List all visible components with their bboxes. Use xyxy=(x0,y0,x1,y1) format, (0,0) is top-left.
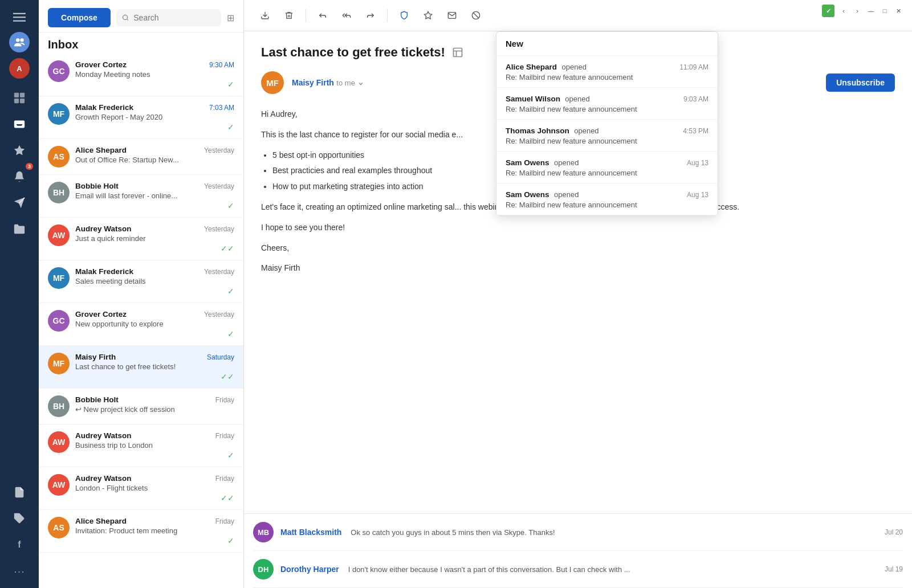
tracking-item-2[interactable]: Thomas Johnson opened 4:53 PM Re: Mailbi… xyxy=(496,120,718,152)
star-email-button[interactable] xyxy=(418,6,438,25)
email-time: Saturday xyxy=(207,353,234,361)
email-sender: Audrey Watson xyxy=(75,431,132,440)
email-bottom-row: ✓ xyxy=(75,536,234,545)
email-time: Friday xyxy=(215,396,234,404)
tracking-item-0[interactable]: Alice Shepard opened 11:09 AM Re: Mailbi… xyxy=(496,56,718,88)
email-list-item-9[interactable]: BH Bobbie Holt Friday ↩ New project kick… xyxy=(39,389,243,424)
mark-read-button[interactable] xyxy=(442,6,462,25)
avatar: BH xyxy=(48,182,70,203)
email-top-row: Malak Frederick 7:03 AM xyxy=(75,103,234,112)
avatar: GC xyxy=(48,310,70,332)
reply-button[interactable] xyxy=(313,6,332,25)
double-check-icon: ✓✓ xyxy=(221,372,234,381)
folder-nav-icon[interactable] xyxy=(8,218,31,240)
email-list-item-12[interactable]: AS Alice Shepard Friday Invitation: Prod… xyxy=(39,510,243,553)
svg-rect-7 xyxy=(14,99,19,103)
inbox-nav-icon[interactable] xyxy=(8,113,31,136)
sender-avatar: MF xyxy=(261,71,284,94)
email-time: Yesterday xyxy=(204,311,234,318)
email-content: Bobbie Holt Friday ↩ New project kick of… xyxy=(75,395,234,415)
unsubscribe-button[interactable]: Unsubscribe xyxy=(826,74,895,92)
email-bottom-row: ✓✓ xyxy=(75,244,234,253)
check-icon: ✓ xyxy=(227,80,234,89)
email-list-item-1[interactable]: GC Grover Cortez 9:30 AM Monday Meeting … xyxy=(39,54,243,96)
check-icon: ✓ xyxy=(227,122,234,132)
search-input[interactable] xyxy=(133,13,215,22)
email-sender: Malak Frederick xyxy=(75,267,133,276)
tracking-info: Sam Owens opened xyxy=(506,157,579,168)
send-nav-icon[interactable] xyxy=(8,191,31,214)
svg-point-4 xyxy=(20,38,23,42)
email-list-item-11[interactable]: AW Audrey Watson Friday London - Flight … xyxy=(39,467,243,510)
thread-item-matt[interactable]: MB Matt Blacksmith Ok so catch you guys … xyxy=(253,514,903,551)
email-top-row: Malak Frederick Yesterday xyxy=(75,267,234,276)
double-check-icon: ✓✓ xyxy=(221,493,234,503)
puzzle-nav-icon[interactable] xyxy=(8,507,31,530)
email-list-item-8[interactable]: MF Maisy Firth Saturday Last chance to g… xyxy=(39,346,243,389)
email-list-item-5[interactable]: AW Audrey Watson Yesterday Just a quick … xyxy=(39,218,243,260)
apps-icon[interactable] xyxy=(8,87,31,109)
tracking-item-1[interactable]: Samuel Wilson opened 9:03 AM Re: Mailbir… xyxy=(496,88,718,120)
document-nav-icon[interactable] xyxy=(8,481,31,504)
forward-button[interactable] xyxy=(361,6,380,25)
email-list-item-7[interactable]: GC Grover Cortez Yesterday New opportuni… xyxy=(39,303,243,346)
email-time: Friday xyxy=(215,475,234,483)
reply-all-button[interactable] xyxy=(337,6,356,25)
compose-button[interactable]: Compose xyxy=(48,8,111,27)
email-list-item-2[interactable]: MF Malak Frederick 7:03 AM Growth Report… xyxy=(39,96,243,139)
tracking-time: 11:09 AM xyxy=(679,63,709,71)
minimize-button[interactable]: — xyxy=(866,6,876,15)
trash-button[interactable] xyxy=(279,6,299,25)
svg-rect-0 xyxy=(13,13,26,14)
email-subject: Last chance to get free tickets! xyxy=(75,362,234,371)
email-sender: Audrey Watson xyxy=(75,474,132,483)
star-nav-icon[interactable] xyxy=(8,139,31,162)
block-button[interactable] xyxy=(466,6,486,25)
team-avatar[interactable] xyxy=(9,32,30,52)
search-bar[interactable] xyxy=(116,9,221,26)
email-list-header: Compose ⊞ xyxy=(39,0,243,32)
tracking-time: Aug 13 xyxy=(687,159,709,167)
email-list: GC Grover Cortez 9:30 AM Monday Meeting … xyxy=(39,54,243,588)
sidebar: A 3 f ··· xyxy=(0,0,39,588)
notification-nav-icon[interactable]: 3 xyxy=(8,165,31,188)
email-content: Audrey Watson Yesterday Just a quick rem… xyxy=(75,224,234,253)
sender-name[interactable]: Maisy Firth xyxy=(292,78,334,87)
email-top-row: Alice Shepard Yesterday xyxy=(75,146,234,154)
tracking-item-3[interactable]: Sam Owens opened Aug 13 Re: Mailbird new… xyxy=(496,152,718,183)
email-list-item-3[interactable]: AS Alice Shepard Yesterday Out of Office… xyxy=(39,139,243,175)
email-bottom-row: ✓ xyxy=(75,329,234,338)
tracking-name: Sam Owens xyxy=(506,190,549,199)
email-list-item-4[interactable]: BH Bobbie Holt Yesterday Email will last… xyxy=(39,175,243,218)
tracker-button[interactable] xyxy=(394,6,414,25)
svg-point-3 xyxy=(16,38,19,42)
tracking-item-4[interactable]: Sam Owens opened Aug 13 Re: Mailbird new… xyxy=(496,183,718,215)
filter-icon[interactable]: ⊞ xyxy=(227,13,234,23)
restore-button[interactable]: □ xyxy=(880,6,889,15)
tracking-item-top: Thomas Johnson opened 4:53 PM xyxy=(506,125,709,136)
back-nav-button[interactable]: ‹ xyxy=(839,6,848,15)
tracking-popup-header: New xyxy=(496,32,718,56)
check-icon: ✓ xyxy=(227,536,234,545)
check-icon: ✓ xyxy=(227,329,234,338)
sender-info: Maisy Firth to me xyxy=(292,77,364,88)
email-list-item-6[interactable]: MF Malak Frederick Yesterday Sales meeti… xyxy=(39,260,243,303)
social-nav-icon[interactable]: f xyxy=(8,533,31,556)
close-button[interactable]: ✕ xyxy=(894,6,903,15)
thread-sender-dorothy: Dorothy Harper xyxy=(280,565,339,574)
email-list-item-10[interactable]: AW Audrey Watson Friday Business trip to… xyxy=(39,424,243,467)
more-nav-icon[interactable]: ··· xyxy=(8,560,31,582)
thread-sender-matt: Matt Blacksmith xyxy=(280,528,341,537)
download-button[interactable] xyxy=(255,6,275,25)
email-top-row: Bobbie Holt Friday xyxy=(75,395,234,404)
email-subject: Email will last forever - online... xyxy=(75,191,234,200)
forward-nav-button[interactable]: › xyxy=(853,6,862,15)
tracking-name: Samuel Wilson xyxy=(506,95,560,103)
chevron-down-icon[interactable] xyxy=(357,80,364,87)
thread-item-dorothy[interactable]: DH Dorothy Harper I don't know either be… xyxy=(253,551,903,588)
user-avatar[interactable]: A xyxy=(9,58,30,79)
avatar: MF xyxy=(48,353,70,374)
email-sender: Audrey Watson xyxy=(75,224,132,233)
tracking-action: opened xyxy=(554,190,579,199)
hamburger-menu-icon[interactable] xyxy=(8,6,31,28)
